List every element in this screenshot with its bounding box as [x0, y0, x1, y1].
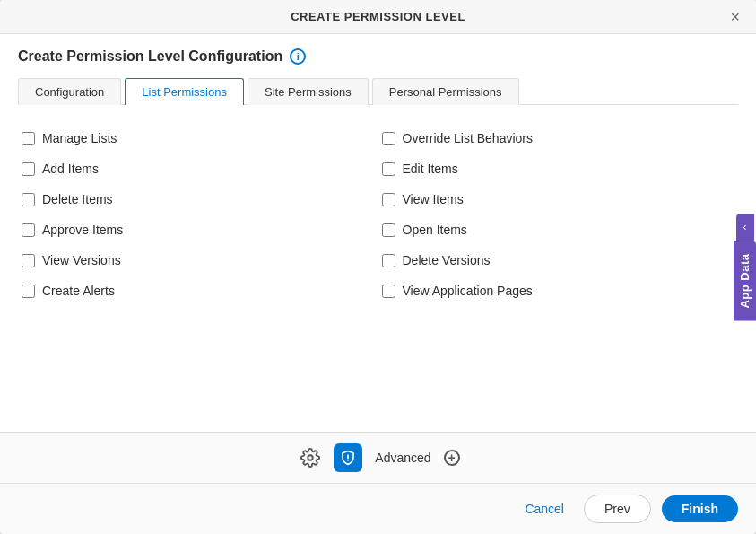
dialog-title: CREATE PERMISSION LEVEL	[291, 10, 465, 23]
add-items-label[interactable]: Add Items	[42, 162, 99, 176]
shield-icon-button[interactable]	[334, 443, 362, 472]
perm-open-items: Open Items	[378, 214, 739, 245]
override-list-behaviors-checkbox[interactable]	[382, 132, 395, 145]
page-title: Create Permission Level Configuration	[18, 48, 282, 65]
finish-button[interactable]: Finish	[662, 495, 738, 522]
perm-create-alerts: Create Alerts	[18, 276, 378, 306]
view-items-label[interactable]: View Items	[403, 192, 464, 206]
delete-items-checkbox[interactable]	[22, 193, 35, 206]
permissions-grid: Manage Lists Add Items Delete Items Appr…	[18, 123, 738, 432]
close-button[interactable]: ×	[725, 7, 745, 27]
gear-icon-button[interactable]	[296, 443, 325, 472]
tab-configuration[interactable]: Configuration	[18, 78, 121, 105]
title-bar: CREATE PERMISSION LEVEL ×	[0, 0, 756, 34]
view-items-checkbox[interactable]	[382, 193, 395, 206]
perm-approve-items: Approve Items	[18, 214, 378, 245]
app-data-toggle[interactable]: ‹ App Data	[734, 214, 756, 320]
add-items-checkbox[interactable]	[22, 162, 35, 176]
app-data-chevron-icon[interactable]: ‹	[736, 214, 754, 241]
view-application-pages-checkbox[interactable]	[382, 285, 395, 298]
perm-override-list-behaviors: Override List Behaviors	[378, 123, 739, 153]
approve-items-checkbox[interactable]	[22, 223, 35, 237]
delete-items-label[interactable]: Delete Items	[42, 192, 113, 206]
open-items-checkbox[interactable]	[382, 223, 395, 237]
app-data-label[interactable]: App Data	[734, 241, 756, 320]
add-button[interactable]: +	[444, 450, 460, 466]
perm-view-versions: View Versions	[18, 245, 378, 276]
info-icon[interactable]: i	[290, 48, 306, 65]
perm-view-items: View Items	[378, 184, 739, 214]
page-title-row: Create Permission Level Configuration i	[18, 48, 738, 65]
cancel-button[interactable]: Cancel	[516, 496, 573, 521]
approve-items-label[interactable]: Approve Items	[42, 223, 123, 237]
perm-manage-lists: Manage Lists	[18, 123, 378, 153]
footer-toolbar: Advanced +	[0, 432, 756, 483]
right-permissions: Override List Behaviors Edit Items View …	[378, 123, 739, 432]
tab-personal-permissions[interactable]: Personal Permissions	[372, 78, 519, 105]
tab-site-permissions[interactable]: Site Permissions	[248, 78, 369, 105]
delete-versions-checkbox[interactable]	[382, 254, 395, 267]
perm-view-application-pages: View Application Pages	[378, 276, 739, 306]
app-data-sidebar[interactable]: ‹ App Data	[734, 214, 756, 320]
create-alerts-label[interactable]: Create Alerts	[42, 284, 115, 298]
left-permissions: Manage Lists Add Items Delete Items Appr…	[18, 123, 378, 432]
perm-add-items: Add Items	[18, 153, 378, 184]
advanced-label: Advanced	[375, 451, 430, 465]
edit-items-checkbox[interactable]	[382, 162, 395, 176]
edit-items-label[interactable]: Edit Items	[403, 162, 458, 176]
view-versions-checkbox[interactable]	[22, 254, 35, 267]
manage-lists-label[interactable]: Manage Lists	[42, 131, 117, 145]
create-alerts-checkbox[interactable]	[22, 285, 35, 298]
svg-point-0	[308, 455, 314, 460]
perm-delete-versions: Delete Versions	[378, 245, 739, 276]
override-list-behaviors-label[interactable]: Override List Behaviors	[403, 131, 534, 145]
perm-edit-items: Edit Items	[378, 153, 739, 184]
delete-versions-label[interactable]: Delete Versions	[403, 253, 491, 267]
manage-lists-checkbox[interactable]	[22, 132, 35, 145]
prev-button[interactable]: Prev	[584, 495, 651, 523]
content-area: Create Permission Level Configuration i …	[0, 34, 756, 432]
perm-delete-items: Delete Items	[18, 184, 378, 214]
footer-buttons: Cancel Prev Finish	[0, 483, 756, 534]
tabs-bar: Configuration List Permissions Site Perm…	[18, 77, 738, 105]
tab-list-permissions[interactable]: List Permissions	[125, 78, 244, 105]
dialog: CREATE PERMISSION LEVEL × Create Permiss…	[0, 0, 756, 534]
open-items-label[interactable]: Open Items	[403, 223, 467, 237]
view-application-pages-label[interactable]: View Application Pages	[403, 284, 533, 298]
view-versions-label[interactable]: View Versions	[42, 253, 121, 267]
